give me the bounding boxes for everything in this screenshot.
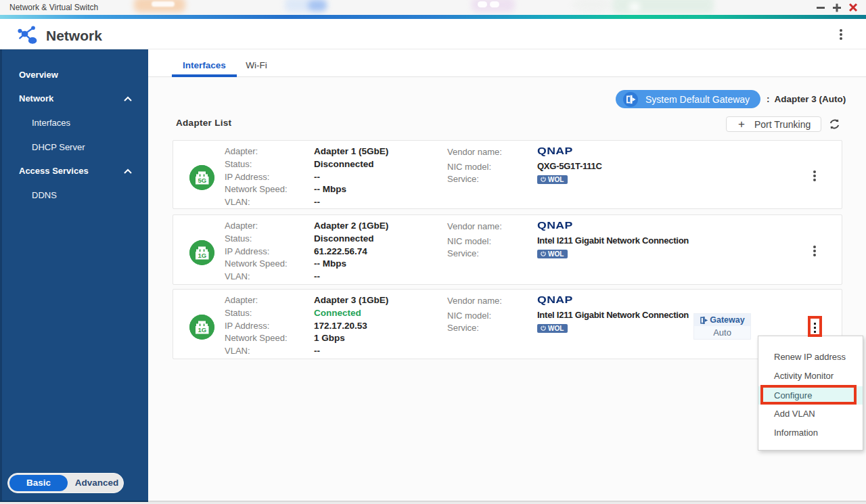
svg-text:1G: 1G <box>198 326 206 334</box>
svg-text:5G: 5G <box>198 177 206 184</box>
svg-text:1G: 1G <box>198 252 206 259</box>
